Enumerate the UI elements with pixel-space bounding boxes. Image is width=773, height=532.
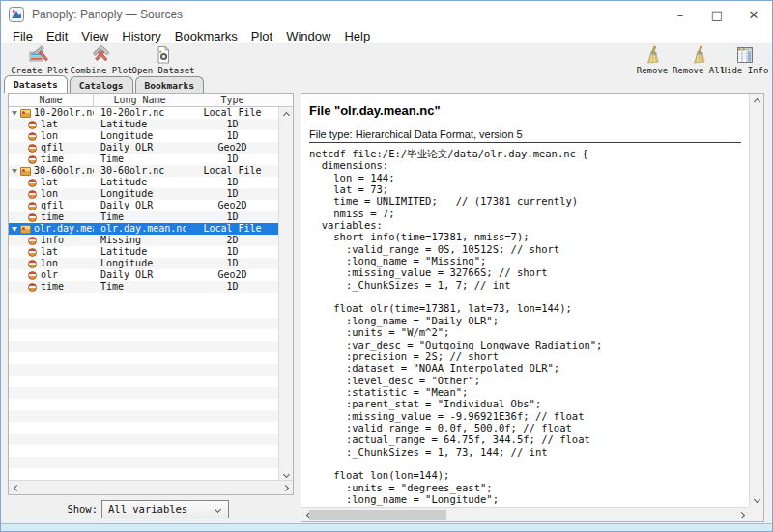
type-cell: 1D — [186, 188, 278, 200]
variable-icon — [28, 283, 37, 292]
name-text: info — [41, 235, 64, 246]
name-cell: time — [9, 211, 94, 223]
scroll-up-arrow[interactable] — [279, 107, 294, 121]
type-cell: Geo2D — [186, 200, 278, 211]
scrollbar-corner — [749, 507, 763, 521]
combine-plot-label: Combine Plot — [70, 66, 132, 75]
menu-plot[interactable]: Plot — [244, 29, 279, 43]
show-bar: Show: All variables — [1, 495, 301, 522]
maximize-button[interactable]: □ — [699, 1, 735, 28]
show-variables-dropdown[interactable]: All variables — [101, 500, 229, 518]
tab-datasets[interactable]: Datasets — [4, 75, 68, 93]
scroll-right-arrow[interactable] — [735, 508, 749, 522]
long-name-cell: Longitude — [94, 258, 186, 269]
menu-help[interactable]: Help — [337, 29, 377, 43]
scroll-up-arrow[interactable] — [750, 94, 764, 107]
long-name-cell: Longitude — [94, 188, 186, 200]
name-cell: lat — [9, 119, 94, 130]
table-row[interactable]: timeTime1D — [9, 211, 278, 223]
combine-plot-button[interactable]: Combine Plot — [71, 45, 132, 75]
name-text: lat — [41, 119, 58, 130]
netcdf-header-dump[interactable]: netcdf file:/E:/毕业论文/data/olr.day.mean.n… — [309, 148, 602, 505]
tab-bookmarks[interactable]: Bookmarks — [135, 76, 204, 93]
long-name-cell: Latitude — [94, 177, 186, 188]
info-panel-icon — [735, 45, 755, 65]
name-cell: time — [9, 154, 94, 165]
table-row[interactable]: 30-60olr.nc30-60olr.ncLocal File — [9, 165, 278, 177]
menubar: File Edit View History Bookmarks Plot Wi… — [1, 28, 772, 44]
minimize-button[interactable]: – — [662, 1, 699, 28]
table-row[interactable]: qfilDaily OLRGeo2D — [9, 200, 278, 211]
name-text: qfil — [41, 200, 64, 211]
table-row[interactable]: lonLongitude1D — [9, 130, 278, 142]
menu-edit[interactable]: Edit — [40, 29, 74, 43]
variable-icon — [28, 213, 37, 222]
table-row[interactable]: timeTime1D — [9, 281, 278, 293]
remove-all-button[interactable]: Remove All — [675, 45, 722, 75]
table-row[interactable]: olrDaily OLRGeo2D — [9, 269, 278, 281]
hide-info-button[interactable]: Hide Info — [722, 45, 768, 75]
menu-file[interactable]: File — [6, 29, 40, 43]
table-row[interactable]: 10-20olr.nc10-20olr.ncLocal File — [9, 107, 278, 119]
expander-triangle-icon[interactable] — [12, 227, 17, 232]
column-header-long-name[interactable]: Long Name — [94, 94, 186, 106]
tree-body: 10-20olr.nc10-20olr.ncLocal FilelatLatit… — [9, 107, 278, 482]
name-cell: lat — [9, 246, 94, 258]
name-cell: info — [9, 235, 94, 246]
tabstrip: Datasets Catalogs Bookmarks — [4, 75, 206, 93]
table-row[interactable]: latLatitude1D — [9, 246, 278, 258]
open-dataset-button[interactable]: Open Dataset — [132, 45, 194, 75]
table-row[interactable]: latLatitude1D — [9, 119, 278, 130]
scrollbar-thumb[interactable] — [309, 510, 446, 520]
menu-view[interactable]: View — [74, 29, 115, 43]
table-row[interactable]: olr.day.mea...olr.day.mean.ncLocal File — [9, 223, 278, 235]
tree-horizontal-scrollbar[interactable] — [9, 480, 293, 494]
column-header-name[interactable]: Name — [9, 94, 94, 106]
name-cell: lon — [9, 130, 94, 142]
tree-vertical-scrollbar[interactable] — [278, 107, 293, 482]
table-row[interactable]: lonLongitude1D — [9, 258, 278, 269]
long-name-cell: Latitude — [94, 246, 186, 258]
toolbar-left-group: Create Plot Combine Plot — [9, 45, 194, 75]
menu-window[interactable]: Window — [279, 29, 337, 43]
file-info-content: File "olr.day.mean.nc" File type: Hierar… — [301, 94, 749, 507]
table-row[interactable]: qfilDaily OLRGeo2D — [9, 142, 278, 154]
table-row[interactable]: latLatitude1D — [9, 177, 278, 188]
info-horizontal-scrollbar[interactable] — [301, 507, 749, 521]
table-row[interactable]: infoMissing2D — [9, 235, 278, 246]
hide-info-label: Hide Info — [722, 66, 769, 75]
panoply-window: Panoply: Panoply — Sources – □ ✕ File Ed… — [0, 0, 773, 532]
long-name-cell: Daily OLR — [94, 142, 186, 154]
scroll-left-arrow[interactable] — [9, 481, 22, 495]
menu-bookmarks[interactable]: Bookmarks — [168, 29, 244, 43]
name-cell: time — [9, 281, 94, 293]
column-header-type[interactable]: Type — [186, 94, 278, 106]
tree-empty-area — [9, 306, 278, 482]
info-vertical-scrollbar[interactable] — [749, 94, 763, 507]
table-row[interactable]: lonLongitude1D — [9, 188, 278, 200]
table-row[interactable]: timeTime1D — [9, 154, 278, 165]
variable-icon — [28, 190, 37, 199]
panoply-app-icon — [9, 7, 24, 22]
scroll-right-arrow[interactable] — [279, 481, 293, 495]
expander-triangle-icon[interactable] — [12, 169, 17, 174]
variable-icon — [28, 248, 37, 257]
long-name-cell: olr.day.mean.nc — [94, 223, 186, 235]
window-controls: – □ ✕ — [662, 1, 772, 28]
menu-history[interactable]: History — [115, 29, 167, 43]
tab-catalogs[interactable]: Catalogs — [70, 76, 133, 93]
scroll-down-arrow[interactable] — [750, 493, 764, 507]
variable-icon — [28, 132, 37, 141]
remove-label: Remove — [637, 66, 669, 75]
create-plot-button[interactable]: Create Plot — [9, 45, 71, 75]
type-cell: 1D — [186, 211, 278, 223]
long-name-cell: Time — [94, 281, 186, 293]
remove-button[interactable]: Remove — [629, 45, 675, 75]
expander-triangle-icon[interactable] — [12, 111, 17, 116]
close-button[interactable]: ✕ — [735, 1, 772, 28]
type-cell: Local File — [186, 223, 278, 235]
divider-rule — [309, 142, 741, 143]
chevron-down-icon — [215, 505, 221, 512]
variable-icon — [28, 202, 37, 210]
create-plot-icon — [29, 45, 50, 65]
